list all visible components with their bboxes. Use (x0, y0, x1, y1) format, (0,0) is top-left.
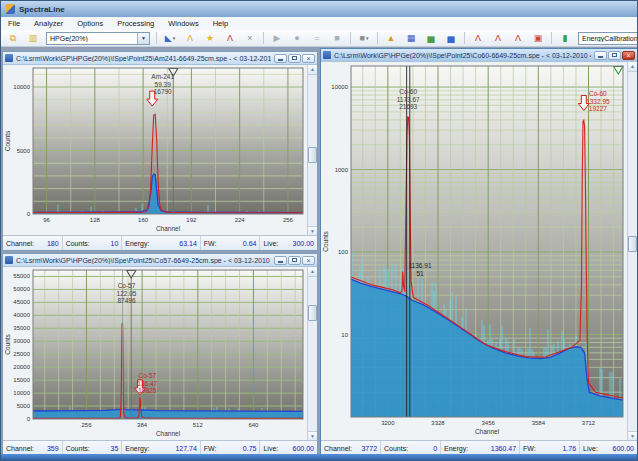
roi-peak-1-icon: Λ (475, 34, 481, 43)
calibration-button[interactable]: ▮ (556, 30, 574, 46)
mdi-area: C:\Lsrm\Work\GP\HPGe(20%)\!Spe\Point25\A… (1, 47, 637, 460)
detector-panel-button[interactable]: ■▾ (355, 30, 373, 46)
acq-pause-button[interactable]: = (308, 30, 326, 46)
svg-text:3456: 3456 (481, 420, 495, 426)
acq-record-button[interactable]: ● (288, 30, 306, 46)
svg-text:35000: 35000 (13, 325, 30, 331)
chart-blue-button[interactable]: ▅ (442, 30, 460, 46)
svg-text:10000: 10000 (13, 84, 30, 90)
menu-item-analyzer[interactable]: Analyzer (27, 17, 70, 30)
spectrum-file-icon (5, 54, 13, 62)
status-value: 127.74 (171, 445, 196, 452)
toolbar-separator (263, 32, 264, 44)
save-spectrum-button[interactable]: ▦ (402, 30, 420, 46)
toolbar-separator (350, 32, 351, 44)
spectrum-chart-area[interactable]: 3200332834563584371210100100010000Co-601… (321, 62, 637, 441)
scrollbar-thumb[interactable] (308, 147, 317, 163)
status-label: Channel: (6, 240, 34, 247)
spectrum-plot-co57[interactable]: 2563845126400500010000150002000025000300… (3, 267, 307, 441)
acq-start-button[interactable]: ▶ (268, 30, 286, 46)
peak-search-button[interactable]: ◣▾ (161, 30, 179, 46)
svg-text:160: 160 (138, 217, 149, 223)
menu-item-windows[interactable]: Windows (161, 17, 205, 30)
status-label: Channel: (324, 445, 352, 452)
menu-item-file[interactable]: File (1, 17, 27, 30)
chevron-down-icon[interactable]: ▼ (137, 33, 149, 44)
spectra-db-button[interactable]: ▥ (24, 30, 42, 46)
close-button[interactable]: × (302, 256, 315, 265)
window-titlebar[interactable]: C:\Lsrm\Work\GP\HPGe(20%)\!Spe\Point25\A… (3, 52, 317, 65)
roi-window-button[interactable]: ▣ (529, 30, 547, 46)
chart-green-button[interactable]: ▅ (422, 30, 440, 46)
minimize-button[interactable] (594, 51, 607, 60)
maximize-button[interactable] (608, 51, 621, 60)
maximize-button[interactable] (288, 54, 301, 63)
spectrum-file-icon (5, 256, 13, 264)
status-value: 180 (43, 240, 59, 247)
svg-text:55000: 55000 (13, 273, 30, 279)
window-titlebar[interactable]: C:\Lsrm\Work\GP\HPGe(20%)\!Spe\Point25\C… (321, 49, 637, 62)
toolbar-separator (551, 32, 552, 44)
roi-peak-2-button[interactable]: Λ (489, 30, 507, 46)
svg-text:Co-57136.4710825: Co-57136.4710825 (137, 372, 157, 394)
spectrum-chart-area[interactable]: 961281601922242560500010000Am-24159.3916… (3, 65, 317, 236)
app-titlebar[interactable]: SpectraLine (1, 1, 637, 17)
window-frame-strip (1, 454, 637, 460)
spectrum-plot-co60[interactable]: 3200332834563584371210100100010000Co-601… (321, 62, 627, 441)
svg-text:Counts: Counts (322, 230, 329, 251)
svg-text:100: 100 (338, 249, 349, 255)
svg-text:25000: 25000 (13, 351, 30, 357)
menu-item-help[interactable]: Help (206, 17, 235, 30)
status-value: 600.00 (609, 445, 634, 452)
menu-item-options[interactable]: Options (70, 17, 110, 30)
status-value: 63.14 (175, 240, 197, 247)
acq-stop-icon: ■ (334, 34, 339, 43)
scroll-up-icon[interactable]: ▲ (628, 62, 637, 72)
efficiency-button[interactable]: ★ (201, 30, 219, 46)
clear-markers-button[interactable]: × (241, 30, 259, 46)
minimize-button[interactable] (274, 54, 287, 63)
roi-peak-2-icon: Λ (495, 34, 501, 43)
spectraline-app: SpectraLine FileAnalyzerOptionsProcessin… (0, 0, 638, 461)
svg-text:256: 256 (81, 422, 92, 428)
peak-fit-icon: Λ (187, 34, 193, 43)
chevron-down-icon: ▾ (366, 36, 369, 41)
save-spectrum-icon: ▦ (407, 34, 416, 43)
spectra-set-button[interactable]: ⧉ (4, 30, 22, 46)
svg-text:512: 512 (193, 422, 204, 428)
close-button[interactable]: × (622, 51, 635, 60)
svg-text:0: 0 (27, 416, 31, 422)
scroll-up-icon[interactable]: ▲ (308, 65, 317, 75)
nuclide-id-button[interactable]: Λ (221, 30, 239, 46)
acq-stop-button[interactable]: ■ (328, 30, 346, 46)
maximize-button[interactable] (288, 256, 301, 265)
open-spectrum-button[interactable]: ▲ (382, 30, 400, 46)
detector-select-combobox[interactable]: HPGe(20%)▼ (46, 32, 150, 45)
svg-text:40000: 40000 (13, 312, 30, 318)
vertical-scrollbar[interactable]: ▲ ▼ (307, 65, 317, 236)
roi-peak-3-button[interactable]: Λ (509, 30, 527, 46)
svg-text:45000: 45000 (13, 299, 30, 305)
roi-peak-1-button[interactable]: Λ (469, 30, 487, 46)
scrollbar-thumb[interactable] (308, 305, 317, 321)
spectrum-plot-am241[interactable]: 961281601922242560500010000Am-24159.3916… (3, 65, 307, 236)
vertical-scrollbar[interactable]: ▲ ▼ (627, 62, 637, 441)
calibration-select-combobox[interactable]: EnergyCalibration▼ (578, 32, 638, 45)
menubar: FileAnalyzerOptionsProcessingWindowsHelp (1, 17, 637, 31)
window-title: C:\Lsrm\Work\GP\HPGe(20%)\!Spe\Point25\C… (16, 257, 271, 264)
peak-fit-button[interactable]: Λ (181, 30, 199, 46)
scroll-up-icon[interactable]: ▲ (308, 267, 317, 277)
acq-record-icon: ● (294, 34, 299, 43)
svg-text:3200: 3200 (381, 420, 395, 426)
close-button[interactable]: × (302, 54, 315, 63)
status-value: 359 (43, 445, 59, 452)
window-titlebar[interactable]: C:\Lsrm\Work\GP\HPGe(20%)\!Spe\Point25\C… (3, 254, 317, 267)
spectrum-file-icon (323, 51, 331, 59)
minimize-button[interactable] (274, 256, 287, 265)
menu-item-processing[interactable]: Processing (110, 17, 161, 30)
status-label: Energy: (125, 240, 149, 247)
scrollbar-thumb[interactable] (628, 236, 637, 252)
vertical-scrollbar[interactable]: ▲ ▼ (307, 267, 317, 441)
spectrum-chart-area[interactable]: 2563845126400500010000150002000025000300… (3, 267, 317, 441)
svg-text:5000: 5000 (17, 403, 31, 409)
